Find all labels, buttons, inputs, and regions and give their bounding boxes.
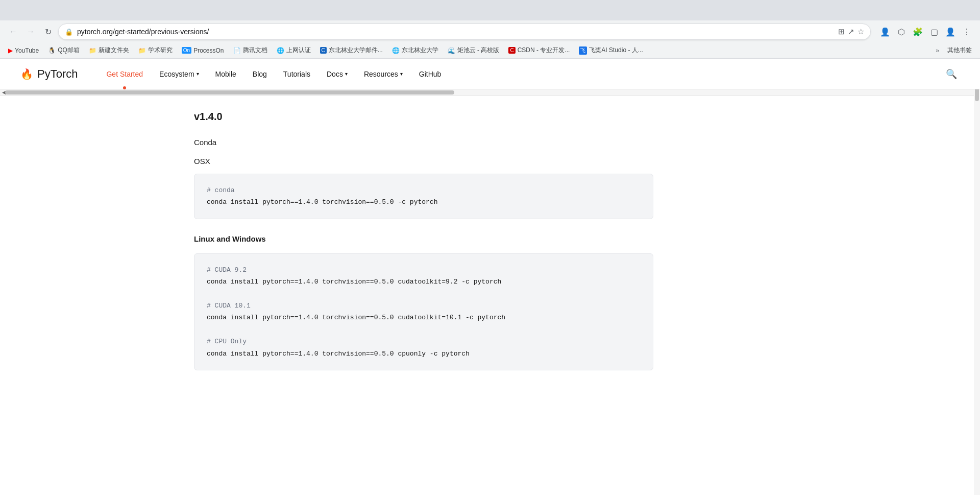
bookmark-nefu-mail[interactable]: C 东北林业大学邮件... — [316, 44, 387, 56]
version-heading: v1.4.0 — [194, 111, 653, 123]
feizhu-icon: 飞 — [579, 46, 587, 55]
bookmark-qq-label: QQ邮箱 — [58, 46, 80, 55]
pytorch-logo[interactable]: 🔥 PyTorch — [20, 67, 78, 81]
bookmark-other-label: 其他书签 — [947, 46, 972, 55]
osx-code-command: conda install pytorch==1.4.0 torchvision… — [207, 196, 641, 208]
cuda92-spacer — [207, 288, 641, 300]
nefu-mail-icon: C — [320, 47, 327, 54]
cpu-comment: # CPU Only — [207, 336, 641, 347]
search-icon: 🔍 — [946, 68, 957, 80]
bookmark-internet-auth[interactable]: 🌐 上网认证 — [273, 44, 315, 56]
extensions-puzzle-icon[interactable]: 🧩 — [911, 25, 925, 39]
csdn-icon: C — [508, 47, 515, 54]
cuda101-comment: # CUDA 10.1 — [207, 300, 641, 312]
conda-label: Conda — [194, 138, 653, 147]
bookmark-qq[interactable]: 🐧 QQ邮箱 — [44, 44, 84, 56]
menu-icon[interactable]: ⋮ — [960, 25, 974, 39]
bookmark-youtube-label: YouTube — [15, 47, 39, 54]
nefu-globe-icon: 🌐 — [392, 47, 400, 54]
forward-button[interactable]: → — [23, 25, 38, 39]
vertical-scrollbar[interactable] — [974, 68, 980, 401]
tencent-icon: 📄 — [233, 47, 241, 54]
nav-mobile-label: Mobile — [215, 70, 236, 78]
account-icon[interactable]: 👤 — [943, 25, 958, 39]
address-icons: ⊞ ↗ ☆ — [838, 27, 864, 36]
bookmark-juchi-label: 矩池云 - 高校版 — [457, 46, 500, 55]
osx-code-block: # conda conda install pytorch==1.4.0 tor… — [194, 174, 653, 219]
osx-section: OSX # conda conda install pytorch==1.4.0… — [194, 157, 653, 219]
bookmark-csdn[interactable]: C CSDN - 专业开发... — [504, 44, 574, 56]
bookmarks-bar: ▶ YouTube 🐧 QQ邮箱 📁 新建文件夹 📁 学术研究 On Proce… — [0, 43, 980, 58]
pytorch-logo-text: PyTorch — [37, 67, 78, 81]
nav-resources-label: Resources — [364, 70, 398, 78]
bookmark-academic[interactable]: 📁 学术研究 — [134, 44, 177, 56]
nav-ecosystem-label: Ecosystem — [159, 70, 194, 78]
bookmark-other[interactable]: 其他书签 — [943, 44, 976, 56]
translate-icon[interactable]: ⊞ — [838, 27, 845, 36]
bookmark-youtube[interactable]: ▶ YouTube — [4, 45, 43, 56]
bookmark-internet-auth-label: 上网认证 — [286, 46, 311, 55]
lock-icon: 🔒 — [65, 28, 73, 36]
bookmark-new-folder[interactable]: 📁 新建文件夹 — [85, 44, 133, 56]
academic-folder-icon: 📁 — [138, 47, 146, 54]
nav-tutorials-label: Tutorials — [283, 70, 310, 78]
search-button[interactable]: 🔍 — [943, 66, 960, 82]
bookmark-processon-label: ProcessOn — [193, 47, 224, 54]
conda-section: Conda — [194, 138, 653, 147]
address-bar[interactable]: 🔒 ⊞ ↗ ☆ — [58, 23, 871, 40]
bookmark-juchi[interactable]: 🌊 矩池云 - 高校版 — [444, 44, 504, 56]
pytorch-navbar: 🔥 PyTorch Get Started Ecosystem ▾ Mobile… — [0, 59, 980, 89]
nav-links: Get Started Ecosystem ▾ Mobile Blog Tuto… — [98, 59, 960, 89]
linux-windows-label: Linux and Windows — [194, 234, 653, 243]
linux-windows-section: Linux and Windows # CUDA 9.2 conda insta… — [194, 234, 653, 370]
qq-icon: 🐧 — [48, 47, 56, 54]
bookmark-new-folder-label: 新建文件夹 — [99, 46, 129, 55]
osx-code-comment: # conda — [207, 184, 641, 196]
linux-windows-code-block: # CUDA 9.2 conda install pytorch==1.4.0 … — [194, 253, 653, 370]
bookmarks-more[interactable]: » — [933, 45, 942, 56]
juchi-icon: 🌊 — [448, 47, 455, 54]
nav-docs[interactable]: Docs ▾ — [318, 59, 356, 89]
cuda101-spacer — [207, 324, 641, 336]
processon-icon: On — [182, 47, 191, 54]
nav-docs-label: Docs — [327, 70, 343, 78]
nav-blog[interactable]: Blog — [244, 59, 275, 89]
reload-button[interactable]: ↻ — [41, 25, 55, 39]
cuda92-command: conda install pytorch==1.4.0 torchvision… — [207, 276, 641, 288]
extension-icon[interactable]: ⬡ — [894, 25, 909, 39]
bookmark-processon[interactable]: On ProcessOn — [178, 45, 228, 56]
nav-mobile[interactable]: Mobile — [207, 59, 244, 89]
bookmark-csdn-label: CSDN - 专业开发... — [518, 46, 570, 55]
nav-ecosystem[interactable]: Ecosystem ▾ — [151, 59, 207, 89]
bookmark-icon[interactable]: ☆ — [857, 27, 864, 36]
tab-bar — [0, 0, 980, 20]
browser-controls: ← → ↻ 🔒 ⊞ ↗ ☆ 👤 ⬡ 🧩 ▢ 👤 ⋮ — [0, 20, 980, 43]
cuda92-comment: # CUDA 9.2 — [207, 264, 641, 276]
cuda101-command: conda install pytorch==1.4.0 torchvision… — [207, 312, 641, 323]
share-icon[interactable]: ↗ — [848, 27, 854, 36]
nav-tutorials[interactable]: Tutorials — [275, 59, 318, 89]
nav-github-label: GitHub — [419, 70, 442, 78]
browser-chrome: ← → ↻ 🔒 ⊞ ↗ ☆ 👤 ⬡ 🧩 ▢ 👤 ⋮ ▶ YouTube — [0, 0, 980, 59]
cpu-command: conda install pytorch==1.4.0 torchvision… — [207, 348, 641, 360]
url-input[interactable] — [77, 28, 834, 36]
browser-right-icons: 👤 ⬡ 🧩 ▢ 👤 ⋮ — [878, 25, 974, 39]
folder-icon: 📁 — [89, 47, 96, 54]
nav-resources[interactable]: Resources ▾ — [356, 59, 411, 89]
scroll-thumb[interactable] — [5, 90, 454, 95]
profile-icon[interactable]: 👤 — [878, 25, 892, 39]
horizontal-scrollbar[interactable]: ◀ ▶ — [0, 89, 980, 96]
bookmark-nefu[interactable]: 🌐 东北林业大学 — [388, 44, 443, 56]
bookmark-tencent-label: 腾讯文档 — [243, 46, 267, 55]
ecosystem-dropdown-icon: ▾ — [197, 71, 199, 77]
bookmark-feizhu-label: 飞桨AI Studio - 人... — [589, 46, 643, 55]
back-button[interactable]: ← — [6, 25, 20, 39]
pytorch-flame-icon: 🔥 — [20, 68, 33, 80]
nav-get-started[interactable]: Get Started — [98, 59, 151, 89]
bookmark-academic-label: 学术研究 — [148, 46, 173, 55]
nav-github[interactable]: GitHub — [411, 59, 450, 89]
window-icon[interactable]: ▢ — [927, 25, 941, 39]
youtube-icon: ▶ — [8, 47, 13, 54]
bookmark-tencent[interactable]: 📄 腾讯文档 — [229, 44, 272, 56]
bookmark-feizhu[interactable]: 飞 飞桨AI Studio - 人... — [575, 44, 647, 56]
